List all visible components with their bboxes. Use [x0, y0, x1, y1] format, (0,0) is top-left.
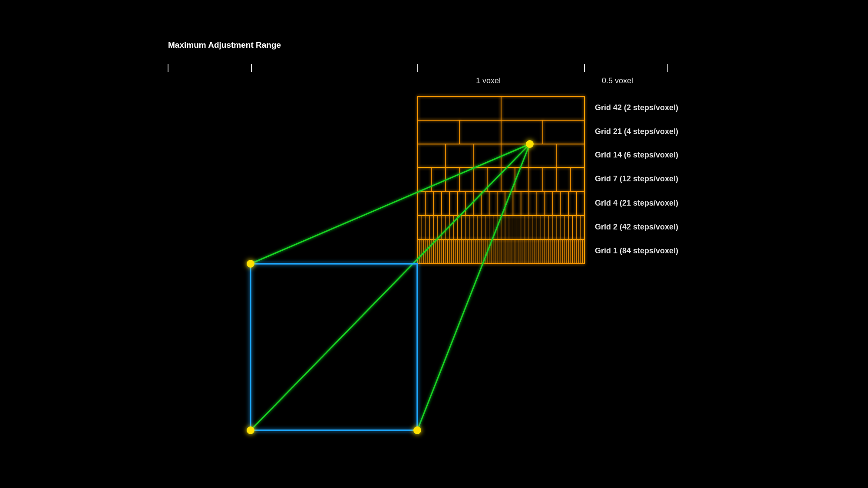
tick-label-half-voxel: 0.5 voxel: [602, 76, 633, 85]
adjustment-lines: [251, 144, 530, 430]
grid-row-label: Grid 21 (4 steps/voxel): [595, 127, 678, 136]
svg-line-180: [251, 144, 530, 430]
grid-row-label: Grid 4 (21 steps/voxel): [595, 199, 678, 208]
svg-point-186: [526, 140, 534, 148]
svg-point-185: [413, 426, 421, 434]
svg-point-183: [247, 260, 254, 268]
svg-point-184: [247, 426, 254, 434]
grid-block: [418, 96, 584, 264]
grid-row-label: Grid 2 (42 steps/voxel): [595, 223, 678, 232]
grid-row-label: Grid 1 (84 steps/voxel): [595, 246, 678, 255]
diagram-stage: Maximum Adjustment Range 1 voxel 0.5 vox…: [0, 0, 868, 488]
diagram-svg: [0, 0, 868, 488]
diagram-title: Maximum Adjustment Range: [168, 40, 281, 50]
grid-row-label: Grid 7 (12 steps/voxel): [595, 174, 678, 183]
grid-row-label: Grid 14 (6 steps/voxel): [595, 151, 678, 160]
svg-line-179: [251, 144, 530, 264]
grid-row-label: Grid 42 (2 steps/voxel): [595, 103, 678, 112]
tick-label-1voxel: 1 voxel: [476, 76, 501, 85]
